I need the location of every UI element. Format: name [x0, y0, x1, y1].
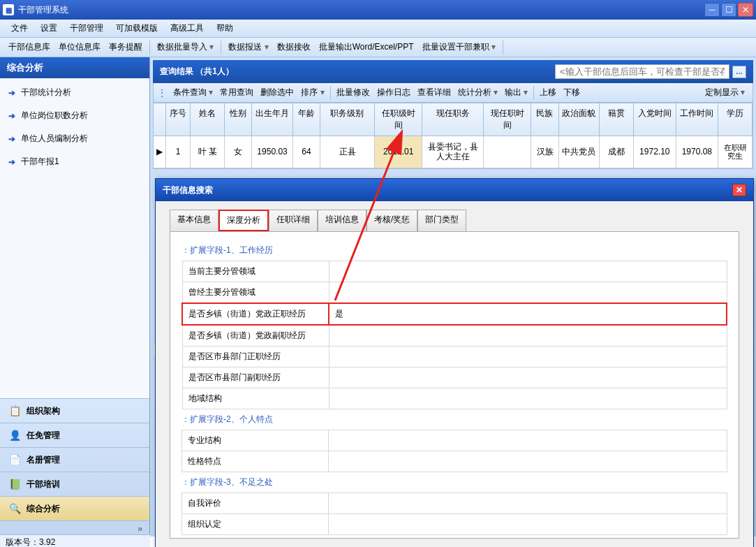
search-more-button[interactable]: …: [732, 66, 746, 78]
nav-analysis[interactable]: 🔍 综合分析: [0, 496, 149, 520]
tab-deep-analysis[interactable]: 深度分析: [218, 210, 269, 231]
nav-appointment[interactable]: 👤 任免管理: [0, 423, 149, 447]
tool-batch-export[interactable]: 批量输出Word/Excel/PPT: [315, 38, 418, 56]
col-rank[interactable]: 职务级别: [320, 103, 375, 136]
nav-annual-report[interactable]: ➔ 干部年报1: [0, 150, 149, 173]
section-2: ：扩展字段-2、个人特点: [181, 409, 727, 430]
field-specialty[interactable]: 专业结构: [182, 430, 727, 451]
tab-post-detail[interactable]: 任职详细: [269, 210, 318, 231]
qt-condition[interactable]: 条件查询: [170, 84, 216, 101]
tab-training[interactable]: 培训信息: [318, 210, 366, 231]
menu-advanced[interactable]: 高级工具: [165, 20, 209, 37]
cell-current-post: 县委书记，县人大主任: [422, 136, 484, 168]
field-current-domain[interactable]: 当前主要分管领域: [182, 261, 727, 282]
analysis-icon: 🔍: [8, 502, 21, 515]
field-county-deputy[interactable]: 是否区市县部门副职经历: [182, 367, 727, 388]
tool-tasks[interactable]: 事务提醒: [105, 38, 147, 56]
qt-batch-edit[interactable]: 批量修改: [333, 84, 373, 101]
nav-btm-label: 组织架构: [27, 405, 60, 417]
qt-movedown[interactable]: 下移: [560, 84, 584, 101]
col-rank-time[interactable]: 任职级时间: [375, 103, 422, 136]
tool-unit-db[interactable]: 单位信息库: [54, 38, 105, 56]
tab-dept-type[interactable]: 部门类型: [417, 210, 466, 231]
cell-political: 中共党员: [559, 136, 600, 168]
result-title: 查询结果 （共1人）: [160, 66, 555, 78]
qt-output[interactable]: 输出: [501, 84, 531, 101]
search-input[interactable]: [555, 64, 729, 79]
qt-common[interactable]: 常用查询: [216, 84, 257, 101]
qt-detail[interactable]: 查看详细: [414, 84, 454, 101]
col-work-time[interactable]: 工作时间: [676, 103, 719, 136]
modal-tabs: 基本信息 深度分析 任职详细 培训信息 考核/奖惩 部门类型: [170, 210, 739, 231]
tool-batch-import[interactable]: 数据批量导入: [153, 38, 218, 56]
field-township-chief[interactable]: 是否乡镇（街道）党政正职经历是: [182, 303, 727, 325]
nav-org-structure[interactable]: 📋 组织架构: [0, 398, 149, 423]
col-party-time[interactable]: 入党时间: [634, 103, 676, 136]
sidebar-nav-top: ➔ 干部统计分析 ➔ 单位岗位职数分析 ➔ 单位人员编制分析 ➔ 干部年报1: [0, 78, 149, 398]
col-education[interactable]: 学历: [718, 103, 753, 136]
arrow-icon: ➔: [8, 134, 15, 144]
col-current-post[interactable]: 现任职务: [422, 103, 484, 136]
cell-rank-time: 2011.01: [375, 136, 422, 168]
qt-delete[interactable]: 删除选中: [257, 84, 297, 101]
table-row[interactable]: ▶ 1 叶 某 女 1950.03 64 正县 2011.01 县委书记，县人大…: [154, 136, 753, 168]
field-past-domain[interactable]: 曾经主要分管领域: [182, 282, 727, 304]
qt-stats[interactable]: 统计分析: [454, 84, 501, 101]
qt-sort[interactable]: 排序: [297, 84, 327, 101]
nav-unit-staff[interactable]: ➔ 单位人员编制分析: [0, 127, 149, 150]
field-org-eval[interactable]: 组织认定: [182, 514, 727, 535]
minimize-button[interactable]: ─: [704, 3, 720, 17]
tool-batch-parttime[interactable]: 批量设置干部兼职: [418, 38, 500, 56]
col-ethnic[interactable]: 民族: [531, 103, 558, 136]
modal-close-button[interactable]: ✕: [732, 184, 746, 196]
separator: [149, 41, 150, 54]
tool-data-receive[interactable]: 数据接收: [273, 38, 315, 56]
result-header: 查询结果 （共1人） …: [153, 60, 753, 83]
nav-unit-post[interactable]: ➔ 单位岗位职数分析: [0, 104, 149, 127]
field-county-chief[interactable]: 是否区市县部门正职经历: [182, 347, 727, 367]
modal-title-text: 干部信息搜索: [163, 184, 732, 196]
tab-award[interactable]: 考核/奖惩: [366, 210, 417, 231]
col-post-time[interactable]: 现任职时间: [484, 103, 531, 136]
tool-cadre-db[interactable]: 干部信息库: [4, 38, 54, 56]
cell-name: 叶 某: [191, 136, 225, 168]
nav-cadre-stats[interactable]: ➔ 干部统计分析: [0, 81, 149, 104]
separator: [533, 86, 534, 100]
col-name[interactable]: 姓名: [191, 103, 225, 136]
arrow-icon: ➔: [8, 111, 15, 121]
col-index[interactable]: 序号: [166, 103, 191, 136]
field-personality[interactable]: 性格特点: [182, 451, 727, 472]
close-button[interactable]: ✕: [738, 3, 753, 17]
field-region[interactable]: 地域结构: [182, 388, 727, 409]
tool-data-submit[interactable]: 数据报送: [224, 38, 272, 56]
sidebar-nav-bottom: 📋 组织架构 👤 任免管理 📄 名册管理 📗 干部培训 🔍 综合分析 »: [0, 398, 149, 537]
col-age[interactable]: 年龄: [293, 103, 320, 136]
menu-template[interactable]: 可加载模版: [110, 20, 163, 37]
menu-settings[interactable]: 设置: [35, 20, 63, 37]
nav-roster[interactable]: 📄 名册管理: [0, 447, 149, 472]
menu-help[interactable]: 帮助: [211, 20, 239, 37]
modal-body: 基本信息 深度分析 任职详细 培训信息 考核/奖惩 部门类型 ：扩展字段-1、工…: [156, 201, 753, 547]
tab-basic[interactable]: 基本信息: [170, 210, 218, 231]
separator: [221, 41, 221, 54]
qt-custom-display[interactable]: 定制显示: [702, 84, 748, 101]
col-birth[interactable]: 出生年月: [252, 103, 293, 136]
col-selector[interactable]: [154, 103, 166, 136]
field-self-eval[interactable]: 自我评价: [182, 493, 727, 514]
cell-birth: 1950.03: [252, 136, 293, 168]
qt-log[interactable]: 操作日志: [373, 84, 414, 101]
org-icon: 📋: [8, 404, 21, 417]
cell-selector: ▶: [154, 136, 166, 168]
col-gender[interactable]: 性别: [225, 103, 252, 136]
nav-training[interactable]: 📗 干部培训: [0, 472, 149, 496]
menu-cadre[interactable]: 干部管理: [64, 20, 109, 37]
modal-titlebar: 干部信息搜索 ✕: [156, 179, 753, 201]
field-township-deputy[interactable]: 是否乡镇（街道）党政副职经历: [182, 325, 727, 347]
menu-file[interactable]: 文件: [6, 20, 34, 37]
col-native[interactable]: 籍贯: [600, 103, 634, 136]
section-3: ：扩展字段-3、不足之处: [181, 472, 727, 493]
maximize-button[interactable]: ☐: [721, 3, 736, 17]
window-titlebar: ▦ 干部管理系统 ─ ☐ ✕: [0, 0, 756, 20]
col-political[interactable]: 政治面貌: [559, 103, 600, 136]
qt-moveup[interactable]: 上移: [536, 84, 560, 101]
